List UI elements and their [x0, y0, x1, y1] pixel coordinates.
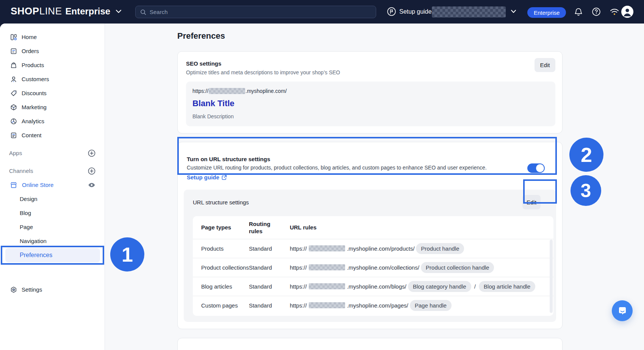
cell-page-type: Products	[193, 239, 249, 258]
sidebar-item-label: Discounts	[22, 90, 47, 96]
handle-chip: Blog category handle	[408, 281, 471, 292]
url-structure-toggle[interactable]	[527, 163, 545, 173]
notifications-bell-icon[interactable]	[574, 8, 583, 16]
logo-enterprise-text: Enterprise	[66, 6, 111, 17]
sidebar-item-label: Page	[20, 224, 33, 230]
url-structure-section: URL structure settings Edit Page types R…	[184, 190, 556, 322]
sidebar-item-label: Content	[22, 132, 42, 138]
storefront-icon	[10, 182, 17, 188]
chat-support-button[interactable]	[612, 300, 633, 321]
seo-edit-button[interactable]: Edit	[535, 58, 555, 72]
sidebar-item-customers[interactable]: Customers	[0, 72, 105, 86]
seo-settings-subtitle: Optimize titles and meta descriptions to…	[186, 69, 340, 75]
plan-badge: Enterprise	[527, 7, 566, 18]
view-store-eye-icon[interactable]	[88, 182, 95, 188]
seo-settings-title: SEO settings	[186, 58, 340, 67]
sidebar-item-analytics[interactable]: Analytics	[0, 114, 105, 128]
sidebar-item-design[interactable]: Design	[0, 192, 105, 206]
search-icon	[140, 9, 146, 15]
search-input[interactable]	[150, 9, 371, 15]
sidebar: Home Orders Products Customers Discounts…	[0, 24, 105, 350]
setup-guide-button[interactable]: Setup guide	[387, 7, 431, 16]
seo-preview-url: https://.myshopline.com/	[192, 88, 548, 94]
sidebar-section-apps: Apps	[0, 146, 105, 160]
logo-shop-text: SHOP	[11, 5, 39, 17]
url-structure-edit-button[interactable]: Edit	[522, 195, 541, 209]
top-bar: SHOPLINE Enterprise Setup guide Enterpri…	[0, 0, 644, 24]
handle-chip: Blog article handle	[479, 281, 535, 292]
customers-icon	[10, 76, 17, 83]
sidebar-section-channels: Channels	[0, 164, 105, 178]
sidebar-item-label: Orders	[22, 48, 39, 54]
page-title: Preferences	[177, 31, 563, 41]
content-icon	[10, 132, 17, 139]
setup-guide-link[interactable]: Setup guide	[187, 174, 219, 180]
sidebar-item-products[interactable]: Products	[0, 58, 105, 72]
sidebar-item-marketing[interactable]: Marketing	[0, 100, 105, 114]
sidebar-item-orders[interactable]: Orders	[0, 44, 105, 58]
url-suffix: .myshopline.com/collections/	[347, 264, 419, 271]
shopline-logo[interactable]: SHOPLINE Enterprise	[11, 5, 122, 17]
table-header-row: Page types Routing rules URL rules	[193, 216, 553, 239]
sidebar-item-page[interactable]: Page	[0, 220, 105, 234]
seo-preview-title: Blank Title	[192, 99, 548, 108]
url-prefix: https://	[192, 88, 208, 94]
sidebar-item-discounts[interactable]: Discounts	[0, 86, 105, 100]
add-channel-plus-icon[interactable]	[88, 167, 95, 175]
redacted-store-name	[309, 302, 345, 308]
seo-preview-description: Blank Description	[192, 113, 548, 119]
cell-page-type: Blog articles	[193, 277, 249, 296]
url-structure-section-title: URL structure settings	[193, 199, 249, 206]
customer-privacy-card: Customer privacy Give your customers con…	[177, 338, 563, 350]
sidebar-item-blog[interactable]: Blog	[0, 206, 105, 220]
chevron-down-icon[interactable]	[116, 9, 122, 13]
toggle-knob	[536, 164, 544, 172]
handle-chip: Product handle	[416, 243, 464, 254]
redacted-store-name	[309, 245, 345, 251]
url-prefix: https://	[290, 283, 307, 290]
products-icon	[10, 62, 17, 69]
redacted-store-name	[309, 283, 345, 289]
user-avatar[interactable]	[621, 6, 633, 18]
sidebar-item-label: Marketing	[22, 104, 47, 110]
sidebar-item-preferences-selected[interactable]: Preferences	[5, 248, 100, 262]
sidebar-item-label: Blog	[20, 210, 31, 216]
url-structure-toggle-row: Turn on URL structure settings Customize…	[187, 156, 553, 180]
global-search[interactable]	[135, 6, 376, 18]
table-scrollbar[interactable]	[550, 240, 553, 313]
channels-section-label: Channels	[9, 168, 33, 174]
customer-privacy-title: Customer privacy	[186, 347, 553, 350]
handle-separator: /	[474, 283, 476, 290]
sidebar-item-content[interactable]: Content	[0, 128, 105, 142]
url-suffix: .myshopline.com/pages/	[347, 302, 408, 309]
chat-bubble-icon	[617, 306, 628, 316]
redacted-account-name[interactable]	[432, 6, 506, 17]
home-icon	[10, 34, 17, 41]
sidebar-item-online-store[interactable]: Online Store	[0, 178, 105, 192]
logo-line-text: LINE	[39, 5, 62, 17]
redacted-store-name	[209, 88, 245, 94]
sidebar-item-label: Settings	[22, 286, 42, 293]
url-prefix: https://	[290, 264, 307, 271]
sidebar-item-label: Home	[22, 34, 37, 40]
table-row: Blog articles Standard https://.myshopli…	[193, 277, 553, 296]
add-app-plus-icon[interactable]	[88, 149, 95, 157]
cell-routing: Standard	[249, 258, 290, 277]
apps-section-label: Apps	[9, 150, 22, 156]
sidebar-item-settings[interactable]: Settings	[0, 283, 105, 297]
account-chevron-down-icon[interactable]	[511, 9, 516, 13]
sidebar-item-home[interactable]: Home	[0, 30, 105, 44]
marketing-icon	[10, 104, 17, 111]
sidebar-item-navigation[interactable]: Navigation	[0, 234, 105, 248]
discounts-icon	[10, 90, 17, 97]
help-icon[interactable]	[592, 8, 600, 16]
handle-chip: Product collection handle	[421, 262, 494, 273]
url-suffix: .myshopline.com/	[245, 88, 287, 94]
sidebar-item-label: Products	[22, 62, 44, 68]
cell-page-type: Product collections	[193, 258, 249, 277]
sidebar-item-label: Design	[20, 196, 38, 202]
sidebar-item-label: Customers	[22, 76, 49, 82]
handle-chip: Page handle	[410, 300, 452, 311]
col-url-rules: URL rules	[290, 216, 553, 239]
url-toggle-title: Turn on URL structure settings	[187, 156, 487, 162]
